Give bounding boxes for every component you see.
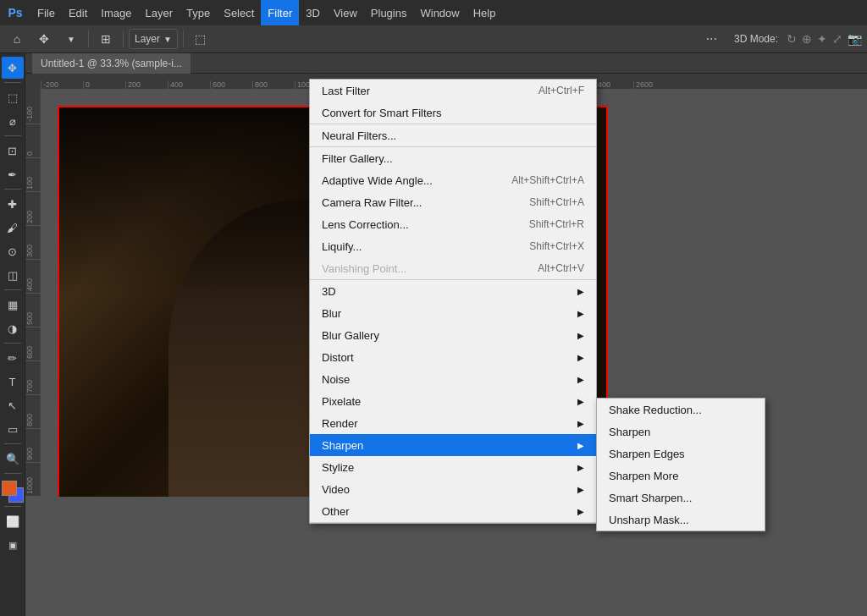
filter-blur-gallery[interactable]: Blur Gallery bbox=[310, 324, 596, 346]
filter-camera-raw[interactable]: Camera Raw Filter... Shift+Ctrl+A bbox=[310, 191, 596, 213]
canvas-area: Untitled-1 @ 33.3% (sample-i... -200 0 2… bbox=[25, 53, 867, 616]
home-btn[interactable]: ⌂ bbox=[5, 28, 29, 50]
ruler-vertical: -100 0 100 200 300 400 500 600 700 800 9… bbox=[25, 89, 41, 497]
filter-sharpen[interactable]: Sharpen bbox=[310, 434, 596, 456]
color-swatches[interactable] bbox=[2, 481, 24, 503]
ruler-h-tick: 400 bbox=[168, 80, 210, 89]
3d-camera-icon[interactable]: 📷 bbox=[848, 32, 862, 46]
toolbox: ✥ ⬚ ⌀ ⊡ ✒ ✚ 🖌 ⊙ ◫ ▦ ◑ ✏ T ↖ ▭ 🔍 ⬜ ▣ bbox=[0, 53, 25, 616]
3d-move-icon[interactable]: ✦ bbox=[817, 32, 827, 46]
tool-eyedropper[interactable]: ✒ bbox=[2, 163, 24, 185]
filter-blur[interactable]: Blur bbox=[310, 302, 596, 324]
menu-layer[interactable]: Layer bbox=[139, 0, 180, 25]
tool-brush[interactable]: 🖌 bbox=[2, 217, 24, 239]
move-tool-btn[interactable]: ✥ bbox=[32, 28, 56, 50]
filter-liquify[interactable]: Liquify... Shift+Ctrl+X bbox=[310, 235, 596, 257]
tool-pen[interactable]: ✏ bbox=[2, 347, 24, 369]
ruler-h-tick: 2400 bbox=[591, 80, 633, 89]
filter-adaptive[interactable]: Adaptive Wide Angle... Alt+Shift+Ctrl+A bbox=[310, 169, 596, 191]
tool-move[interactable]: ✥ bbox=[2, 57, 24, 79]
screen-mode-btn[interactable]: ▣ bbox=[2, 534, 24, 556]
3d-rotate-icon[interactable]: ↻ bbox=[787, 32, 797, 46]
tool-type[interactable]: T bbox=[2, 371, 24, 393]
ruler-v-tick: 100 bbox=[25, 158, 40, 192]
filter-distort-label: Distort bbox=[322, 351, 354, 364]
filter-menu-section-1: Last Filter Alt+Ctrl+F Convert for Smart… bbox=[310, 80, 596, 124]
filter-last-filter[interactable]: Last Filter Alt+Ctrl+F bbox=[310, 80, 596, 102]
sharpen-shake-reduction[interactable]: Shake Reduction... bbox=[597, 399, 765, 421]
foreground-color[interactable] bbox=[2, 481, 17, 496]
filter-other[interactable]: Other bbox=[310, 500, 596, 522]
sharpen-smart-label: Smart Sharpen... bbox=[609, 492, 692, 504]
3d-mode-label: 3D Mode: bbox=[734, 33, 778, 45]
tool-sep-7 bbox=[4, 473, 21, 474]
3d-scale-icon[interactable]: ⤢ bbox=[832, 32, 842, 46]
move-options-btn[interactable]: ▼ bbox=[59, 28, 83, 50]
menu-image[interactable]: Image bbox=[94, 0, 138, 25]
menu-select[interactable]: Select bbox=[217, 0, 261, 25]
filter-video[interactable]: Video bbox=[310, 478, 596, 500]
tool-shape[interactable]: ▭ bbox=[2, 418, 24, 440]
filter-stylize[interactable]: Stylize bbox=[310, 456, 596, 478]
filter-menu: Last Filter Alt+Ctrl+F Convert for Smart… bbox=[309, 79, 597, 524]
tool-eraser[interactable]: ◫ bbox=[2, 264, 24, 286]
menu-file[interactable]: File bbox=[30, 0, 62, 25]
menu-view[interactable]: View bbox=[327, 0, 364, 25]
menu-type[interactable]: Type bbox=[179, 0, 217, 25]
layer-dropdown[interactable]: Layer ▼ bbox=[129, 29, 178, 49]
arrange-btn[interactable]: ⊞ bbox=[94, 28, 118, 50]
tool-gradient[interactable]: ▦ bbox=[2, 294, 24, 316]
filter-liquify-shortcut: Shift+Ctrl+X bbox=[529, 240, 584, 252]
filter-convert-smart-label: Convert for Smart Filters bbox=[322, 107, 442, 119]
filter-render[interactable]: Render bbox=[310, 412, 596, 434]
ruler-v-tick: 800 bbox=[25, 395, 40, 429]
filter-last-filter-label: Last Filter bbox=[322, 85, 370, 97]
ruler-v-tick: 200 bbox=[25, 192, 40, 226]
tool-dodge[interactable]: ◑ bbox=[2, 317, 24, 339]
menu-filter[interactable]: Filter bbox=[261, 0, 299, 25]
tool-select-arrow[interactable]: ↖ bbox=[2, 394, 24, 416]
main-layout: ✥ ⬚ ⌀ ⊡ ✒ ✚ 🖌 ⊙ ◫ ▦ ◑ ✏ T ↖ ▭ 🔍 ⬜ ▣ bbox=[0, 53, 867, 616]
canvas-tab-title: Untitled-1 @ 33.3% (sample-i... bbox=[41, 58, 182, 69]
menu-plugins[interactable]: Plugins bbox=[364, 0, 414, 25]
select-rect-btn[interactable]: ⬚ bbox=[189, 28, 213, 50]
menu-edit[interactable]: Edit bbox=[62, 0, 94, 25]
tool-zoom[interactable]: 🔍 bbox=[2, 448, 24, 470]
filter-distort[interactable]: Distort bbox=[310, 346, 596, 368]
sharpen-more[interactable]: Sharpen More bbox=[597, 465, 765, 487]
filter-adaptive-label: Adaptive Wide Angle... bbox=[322, 174, 433, 187]
filter-neural-label: Neural Filters... bbox=[322, 129, 396, 142]
filter-convert-smart[interactable]: Convert for Smart Filters bbox=[310, 102, 596, 124]
quick-mask-btn[interactable]: ⬜ bbox=[2, 510, 24, 532]
tool-stamp[interactable]: ⊙ bbox=[2, 240, 24, 262]
app-logo: Ps bbox=[3, 0, 27, 25]
filter-neural[interactable]: Neural Filters... bbox=[310, 124, 596, 146]
tool-marquee[interactable]: ⬚ bbox=[2, 86, 24, 108]
3d-pan-icon[interactable]: ⊕ bbox=[802, 32, 812, 46]
filter-adaptive-shortcut: Alt+Shift+Ctrl+A bbox=[511, 174, 584, 186]
layer-dropdown-arrow: ▼ bbox=[163, 35, 172, 44]
canvas-tab[interactable]: Untitled-1 @ 33.3% (sample-i... bbox=[32, 53, 191, 74]
sharpen-edges[interactable]: Sharpen Edges bbox=[597, 443, 765, 465]
filter-gallery-label: Filter Gallery... bbox=[322, 152, 393, 165]
filter-3d[interactable]: 3D bbox=[310, 280, 596, 302]
menu-help[interactable]: Help bbox=[467, 0, 503, 25]
tool-crop[interactable]: ⊡ bbox=[2, 140, 24, 162]
filter-menu-section-3: Filter Gallery... Adaptive Wide Angle...… bbox=[310, 147, 596, 280]
tool-heal[interactable]: ✚ bbox=[2, 193, 24, 215]
filter-noise[interactable]: Noise bbox=[310, 368, 596, 390]
filter-3d-label: 3D bbox=[322, 285, 336, 298]
filter-gallery[interactable]: Filter Gallery... bbox=[310, 147, 596, 169]
filter-lens[interactable]: Lens Correction... Shift+Ctrl+R bbox=[310, 213, 596, 235]
filter-pixelate[interactable]: Pixelate bbox=[310, 390, 596, 412]
menu-window[interactable]: Window bbox=[413, 0, 466, 25]
sharpen-smart[interactable]: Smart Sharpen... bbox=[597, 487, 765, 509]
sharpen-unsharp[interactable]: Unsharp Mask... bbox=[597, 509, 765, 531]
tool-lasso[interactable]: ⌀ bbox=[2, 110, 24, 132]
sharpen-more-label: Sharpen More bbox=[609, 470, 678, 482]
menu-3d[interactable]: 3D bbox=[299, 0, 327, 25]
toolbar-more-btn[interactable]: ··· bbox=[699, 31, 724, 47]
ruler-h-tick: 200 bbox=[125, 80, 168, 89]
ruler-h-tick: 800 bbox=[252, 80, 295, 89]
sharpen-sharpen[interactable]: Sharpen bbox=[597, 421, 765, 443]
